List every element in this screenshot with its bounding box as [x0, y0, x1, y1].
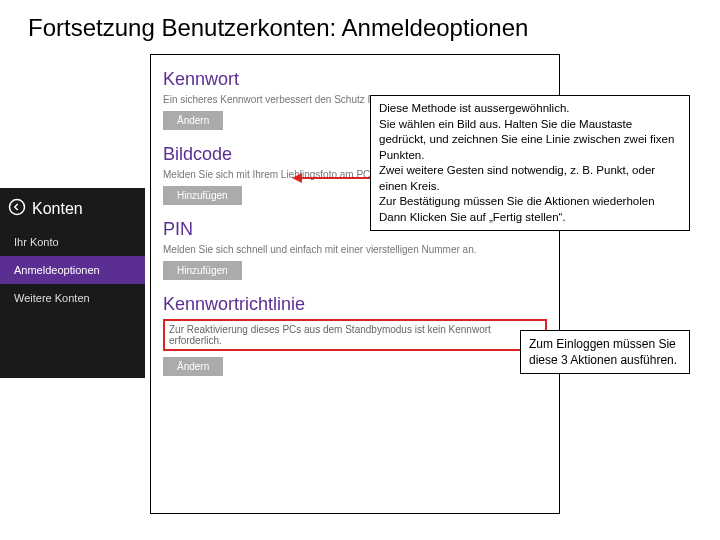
page-title: Fortsetzung Benutzerkonten: Anmeldeoptio…	[0, 0, 720, 48]
sidebar-header[interactable]: Konten	[0, 188, 145, 228]
sidebar: Konten Ihr Konto Anmeldeoptionen Weitere…	[0, 188, 145, 378]
richtlinie-change-button[interactable]: Ändern	[163, 357, 223, 376]
sidebar-item-signin-options[interactable]: Anmeldeoptionen	[0, 256, 145, 284]
kennwort-change-button[interactable]: Ändern	[163, 111, 223, 130]
red-arrow-icon	[292, 173, 372, 183]
section-pin-sub: Melden Sie sich schnell und einfach mit …	[163, 244, 547, 255]
sidebar-item-your-account[interactable]: Ihr Konto	[0, 228, 145, 256]
svg-point-0	[10, 200, 25, 215]
sidebar-title: Konten	[32, 200, 83, 218]
annotation-large: Diese Methode ist aussergewöhnlich.Sie w…	[370, 95, 690, 231]
bildcode-add-button[interactable]: Hinzufügen	[163, 186, 242, 205]
back-arrow-icon[interactable]	[8, 198, 32, 220]
pin-add-button[interactable]: Hinzufügen	[163, 261, 242, 280]
section-kennwort-title: Kennwort	[163, 69, 547, 90]
annotation-small: Zum Einloggen müssen Sie diese 3 Aktione…	[520, 330, 690, 374]
section-richtlinie-title: Kennwortrichtlinie	[163, 294, 547, 315]
policy-highlight: Zur Reaktivierung dieses PCs aus dem Sta…	[163, 319, 547, 351]
sidebar-item-other-accounts[interactable]: Weitere Konten	[0, 284, 145, 312]
